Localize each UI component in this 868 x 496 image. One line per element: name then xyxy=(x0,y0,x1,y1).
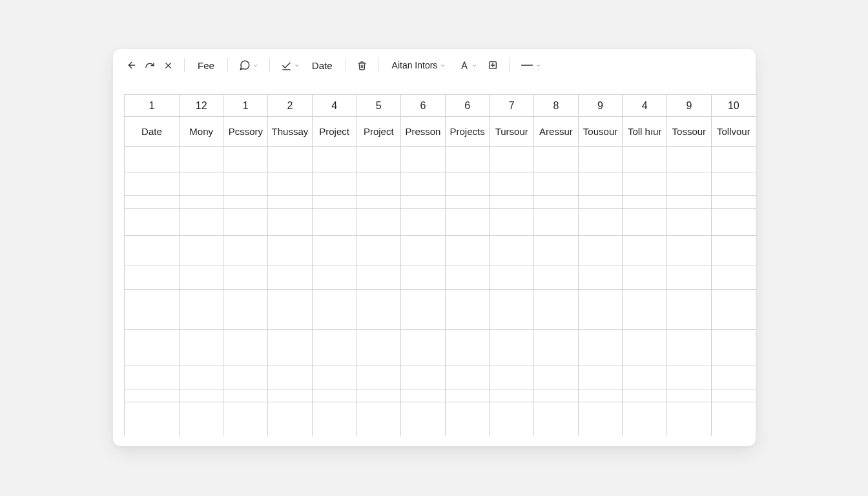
cell[interactable] xyxy=(490,265,534,290)
cell[interactable] xyxy=(356,389,401,402)
cell[interactable] xyxy=(312,402,356,436)
cell[interactable] xyxy=(223,402,268,436)
cell[interactable] xyxy=(179,290,223,330)
cell[interactable] xyxy=(401,209,446,236)
col-num[interactable]: 4 xyxy=(623,95,667,117)
cell[interactable] xyxy=(445,330,490,366)
cell[interactable] xyxy=(711,330,756,366)
cell[interactable] xyxy=(711,196,756,209)
cell[interactable] xyxy=(401,290,446,330)
col-header[interactable]: Tousour xyxy=(578,117,623,147)
cell[interactable] xyxy=(401,147,446,172)
cell[interactable] xyxy=(312,330,356,366)
cell[interactable] xyxy=(223,290,268,330)
cell[interactable] xyxy=(179,172,223,196)
col-num[interactable]: 6 xyxy=(401,95,446,117)
cell[interactable] xyxy=(268,172,313,196)
col-header[interactable]: Tollvour xyxy=(711,117,756,147)
cell[interactable] xyxy=(534,366,579,389)
col-num[interactable]: 7 xyxy=(490,95,534,117)
cell[interactable] xyxy=(179,236,223,265)
cell[interactable] xyxy=(711,265,756,290)
cell[interactable] xyxy=(711,366,756,389)
col-header[interactable]: Tursour xyxy=(490,117,534,147)
cell[interactable] xyxy=(578,366,623,389)
cell[interactable] xyxy=(356,147,401,172)
cell[interactable] xyxy=(490,147,534,172)
cell[interactable] xyxy=(490,172,534,196)
col-num[interactable]: 1 xyxy=(125,95,180,117)
cell[interactable] xyxy=(125,389,180,402)
cell[interactable] xyxy=(711,236,756,265)
cell[interactable] xyxy=(534,402,579,436)
cell[interactable] xyxy=(711,402,756,436)
cell[interactable] xyxy=(445,172,490,196)
cell[interactable] xyxy=(490,402,534,436)
col-header[interactable]: Pcssory xyxy=(223,117,268,147)
cell[interactable] xyxy=(667,290,712,330)
cell[interactable] xyxy=(490,290,534,330)
insert-button[interactable] xyxy=(486,56,500,74)
cell[interactable] xyxy=(667,209,712,236)
cell[interactable] xyxy=(445,196,490,209)
cell[interactable] xyxy=(268,196,313,209)
col-num[interactable]: 9 xyxy=(667,95,712,117)
cell[interactable] xyxy=(490,330,534,366)
cell[interactable] xyxy=(223,366,268,389)
cell[interactable] xyxy=(268,147,313,172)
col-header[interactable]: Thussay xyxy=(268,117,313,147)
cell[interactable] xyxy=(125,196,180,209)
cell[interactable] xyxy=(711,209,756,236)
cell[interactable] xyxy=(623,290,667,330)
cell[interactable] xyxy=(401,366,446,389)
cell[interactable] xyxy=(268,265,313,290)
cell[interactable] xyxy=(223,209,268,236)
cell[interactable] xyxy=(711,147,756,172)
col-header[interactable]: Date xyxy=(125,117,180,147)
cell[interactable] xyxy=(667,389,712,402)
cell[interactable] xyxy=(223,172,268,196)
cell[interactable] xyxy=(667,147,712,172)
cell[interactable] xyxy=(667,236,712,265)
cell[interactable] xyxy=(312,236,356,265)
comment-button[interactable] xyxy=(237,56,260,74)
cell[interactable] xyxy=(268,330,313,366)
cell[interactable] xyxy=(179,196,223,209)
cell[interactable] xyxy=(623,265,667,290)
cell[interactable] xyxy=(401,236,446,265)
cell[interactable] xyxy=(623,147,667,172)
cell[interactable] xyxy=(401,196,446,209)
cell[interactable] xyxy=(667,330,712,366)
cell[interactable] xyxy=(312,172,356,196)
cell[interactable] xyxy=(490,366,534,389)
col-num[interactable]: 2 xyxy=(268,95,313,117)
close-button[interactable] xyxy=(161,56,175,74)
cell[interactable] xyxy=(623,366,667,389)
cell[interactable] xyxy=(578,209,623,236)
cell[interactable] xyxy=(534,147,579,172)
cell[interactable] xyxy=(445,265,490,290)
cell[interactable] xyxy=(268,389,313,402)
cell[interactable] xyxy=(312,366,356,389)
line-style-button[interactable] xyxy=(519,56,543,74)
cell[interactable] xyxy=(125,265,180,290)
cell[interactable] xyxy=(623,209,667,236)
col-num[interactable]: 10 xyxy=(711,95,756,117)
cell[interactable] xyxy=(534,209,579,236)
cell[interactable] xyxy=(667,366,712,389)
cell[interactable] xyxy=(401,172,446,196)
cell[interactable] xyxy=(578,330,623,366)
check-button[interactable] xyxy=(279,56,302,74)
cell[interactable] xyxy=(711,389,756,402)
col-num[interactable]: 8 xyxy=(534,95,579,117)
cell[interactable] xyxy=(268,402,313,436)
col-num[interactable]: 4 xyxy=(312,95,356,117)
cell[interactable] xyxy=(125,290,180,330)
cell[interactable] xyxy=(223,196,268,209)
cell[interactable] xyxy=(356,402,401,436)
cell[interactable] xyxy=(401,402,446,436)
cell[interactable] xyxy=(401,330,446,366)
cell[interactable] xyxy=(578,402,623,436)
cell[interactable] xyxy=(534,330,579,366)
col-header[interactable]: Toll hıur xyxy=(623,117,667,147)
